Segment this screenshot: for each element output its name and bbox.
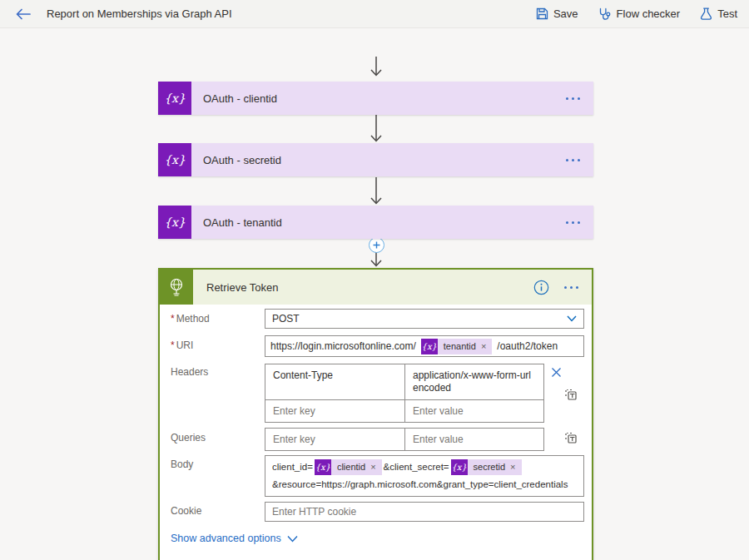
dynamic-content-token[interactable]: {x} tenantid×	[421, 339, 493, 354]
headers-text-mode-toggle[interactable]	[564, 388, 578, 401]
test-icon	[700, 7, 712, 20]
more-options-icon[interactable]	[564, 286, 578, 289]
action-card-oauth-clientid[interactable]: {x} OAuth - clientid	[158, 82, 593, 115]
action-card-oauth-secretid[interactable]: {x} OAuth - secretid	[158, 143, 593, 176]
body-text: &client_secret=	[384, 462, 449, 472]
action-card-retrieve-token: Retrieve Token *Method POST *URI	[158, 268, 593, 560]
back-button[interactable]	[7, 0, 40, 28]
header-row: Content-Type application/x-www-form-urle…	[265, 364, 543, 399]
body-text-line2: &resource=https://graph.microsoft.com&gr…	[272, 476, 577, 493]
variable-icon: {x}	[158, 206, 191, 239]
body-text: client_id=	[272, 462, 313, 472]
uri-suffix-text: /oauth2/token	[497, 340, 558, 352]
http-connector-icon	[160, 270, 193, 305]
token-label: secretid	[474, 458, 506, 476]
queries-table	[265, 428, 544, 451]
connector-arrow	[370, 57, 383, 77]
flow-checker-label: Flow checker	[617, 7, 681, 20]
uri-prefix-text: https://login.microsoftonline.com/	[270, 340, 416, 352]
variable-icon: {x}	[451, 459, 468, 475]
action-title: Retrieve Token	[193, 281, 533, 294]
cookie-input[interactable]	[265, 502, 584, 522]
cookie-label: Cookie	[171, 505, 201, 517]
test-button[interactable]: Test	[700, 7, 737, 20]
insert-step-button[interactable]	[369, 237, 384, 253]
uri-input[interactable]: https://login.microsoftonline.com/ {x} t…	[265, 335, 584, 357]
dynamic-content-token[interactable]: {x}clientid×	[315, 459, 382, 475]
dynamic-content-token[interactable]: {x}secretid×	[451, 459, 522, 475]
header-row-empty	[265, 399, 543, 422]
connector-arrow	[370, 115, 383, 142]
body-label: Body	[171, 458, 193, 470]
chevron-down-icon	[287, 535, 298, 543]
save-label: Save	[553, 7, 578, 20]
query-key-input[interactable]	[265, 429, 404, 450]
flow-canvas: {x} OAuth - clientid {x} OAuth - secreti…	[0, 28, 749, 560]
variable-icon: {x}	[158, 143, 191, 176]
headers-label: Headers	[171, 366, 208, 378]
variable-icon: {x}	[158, 82, 191, 115]
action-title: OAuth - secretid	[191, 154, 566, 166]
uri-label: *URI	[171, 339, 193, 351]
body-input[interactable]: client_id={x}clientid×&client_secret={x}…	[265, 455, 584, 497]
header-key-input[interactable]	[265, 400, 404, 422]
token-label: clientid	[337, 458, 365, 476]
chevron-down-icon	[567, 315, 577, 322]
remove-token-icon[interactable]: ×	[481, 341, 486, 351]
show-advanced-options-label: Show advanced options	[171, 533, 281, 544]
remove-token-icon[interactable]: ×	[510, 458, 515, 476]
connector-arrow	[370, 177, 383, 205]
close-icon	[551, 367, 562, 378]
header-key[interactable]: Content-Type	[265, 364, 404, 399]
query-value-input[interactable]	[404, 429, 543, 450]
flow-title: Report on Memberships via Graph API	[47, 7, 232, 20]
header-value-input[interactable]	[404, 400, 543, 422]
action-title: OAuth - clientid	[191, 92, 566, 105]
more-options-icon[interactable]	[566, 159, 593, 161]
info-icon[interactable]	[533, 280, 549, 295]
variable-icon: {x}	[421, 339, 438, 354]
show-advanced-options-link[interactable]: Show advanced options	[171, 533, 298, 544]
test-label: Test	[717, 7, 737, 20]
query-row-empty	[265, 429, 543, 450]
variable-icon: {x}	[315, 459, 331, 475]
token-label: tenantid	[444, 341, 476, 351]
save-icon	[536, 7, 548, 20]
queries-text-mode-toggle[interactable]	[564, 431, 578, 444]
action-parameters: *Method POST *URI https://login.microsof…	[160, 305, 592, 560]
headers-table: Content-Type application/x-www-form-urle…	[265, 364, 544, 423]
method-value: POST	[272, 313, 300, 325]
flow-checker-icon	[598, 7, 612, 21]
topbar: Report on Memberships via Graph API Save…	[0, 0, 749, 28]
action-header[interactable]: Retrieve Token	[160, 270, 592, 305]
method-dropdown[interactable]: POST	[265, 309, 584, 329]
delete-header-row-button[interactable]	[549, 365, 563, 379]
header-value[interactable]: application/x-www-form-urlencoded	[404, 364, 543, 399]
remove-token-icon[interactable]: ×	[370, 458, 375, 476]
flow-checker-button[interactable]: Flow checker	[598, 7, 681, 21]
plus-icon	[373, 241, 380, 249]
method-label: *Method	[171, 313, 210, 325]
switch-to-text-mode-icon	[564, 431, 578, 444]
save-button[interactable]: Save	[536, 7, 578, 20]
more-options-icon[interactable]	[566, 97, 593, 100]
switch-to-text-mode-icon	[564, 388, 578, 401]
action-title: OAuth - tenantid	[191, 216, 566, 229]
action-card-oauth-tenantid[interactable]: {x} OAuth - tenantid	[158, 206, 593, 239]
queries-label: Queries	[171, 432, 206, 444]
more-options-icon[interactable]	[566, 221, 593, 224]
back-arrow-icon	[16, 8, 31, 20]
